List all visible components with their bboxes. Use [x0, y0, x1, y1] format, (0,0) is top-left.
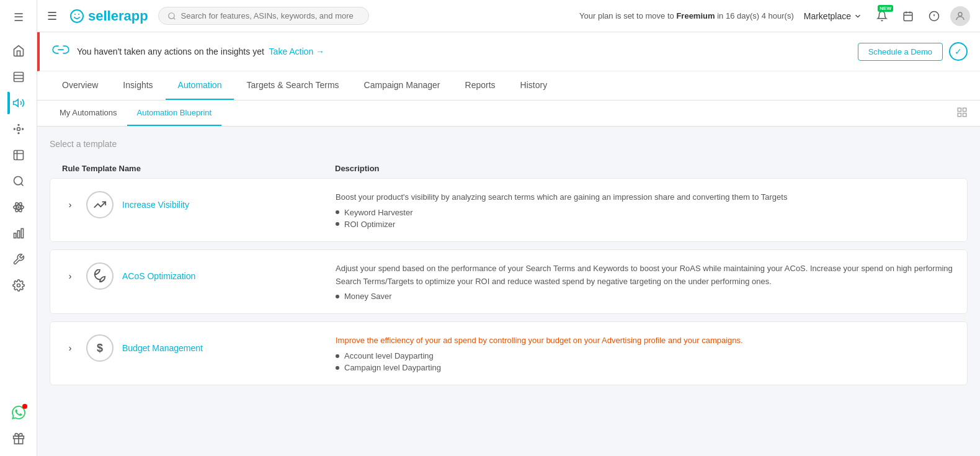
increase-visibility-icon: [86, 191, 114, 218]
svg-point-32: [958, 12, 962, 16]
template-desc-area-2: Adjust your spend based on the performan…: [336, 262, 955, 302]
svg-point-10: [18, 207, 19, 208]
svg-rect-0: [14, 73, 23, 82]
tab-reports[interactable]: Reports: [453, 71, 508, 100]
banner-right: Schedule a Demo ✓: [858, 42, 968, 61]
search-input[interactable]: [181, 11, 355, 20]
svg-rect-25: [904, 12, 912, 21]
chevron-btn-3[interactable]: ›: [63, 341, 78, 355]
bar-chart-icon[interactable]: [7, 222, 30, 244]
template-name-2[interactable]: ACoS Optimization: [122, 271, 195, 281]
sub-tab-my-automations[interactable]: My Automations: [50, 101, 127, 126]
grid-view-icon[interactable]: [956, 107, 968, 120]
tab-area: Overview Insights Automation Targets & S…: [37, 71, 980, 101]
template-bullets-2: Money Saver: [336, 292, 955, 301]
svg-point-8: [14, 177, 22, 185]
chevron-down-icon: [853, 12, 862, 20]
svg-point-6: [14, 128, 15, 130]
col-rule-name: Rule Template Name: [62, 164, 335, 173]
sub-tab-area: My Automations Automation Blueprint: [37, 101, 980, 127]
gear-icon[interactable]: [7, 274, 30, 297]
banner-text: You haven't taken any actions on the ins…: [77, 47, 850, 56]
svg-point-4: [18, 125, 19, 126]
template-bullets-1: Keyword Harvester ROI Optimizer: [336, 208, 955, 229]
bullet-3-0: Account level Dayparting: [336, 351, 955, 360]
wrench-icon[interactable]: [7, 248, 30, 270]
svg-point-3: [17, 128, 20, 131]
gift-icon[interactable]: [7, 427, 30, 450]
sub-tabs: My Automations Automation Blueprint: [50, 101, 221, 126]
svg-rect-36: [958, 113, 961, 116]
chevron-btn-1[interactable]: ›: [63, 197, 78, 212]
select-template-label: Select a template: [50, 139, 968, 149]
marketplace-select[interactable]: Marketplace: [804, 11, 862, 21]
bullet-1-1: ROI Optimizer: [336, 220, 955, 229]
checkmark-btn[interactable]: ✓: [949, 42, 968, 61]
take-action-link[interactable]: Take Action →: [269, 47, 325, 56]
home-icon[interactable]: [7, 40, 30, 62]
new-badge: NEW: [878, 5, 893, 12]
bullet-2-0: Money Saver: [336, 292, 955, 301]
template-row-budget-management: › $ Budget Management Improve the effici…: [50, 321, 968, 385]
template-row-left-3: › $ Budget Management: [63, 334, 336, 362]
plan-text: Your plan is set to move to Freemium in …: [579, 11, 794, 20]
template-desc-2: Adjust your spend based on the performan…: [336, 262, 955, 288]
svg-line-24: [173, 17, 175, 19]
template-desc-1: Boost your product's visibility by analy…: [336, 191, 955, 204]
template-row-main-2: › ACoS Optimization Adjust your spend ba…: [50, 250, 967, 314]
search-icon: [167, 12, 176, 20]
sub-tab-automation-blueprint[interactable]: Automation Blueprint: [127, 101, 222, 126]
template-row-main-1: › Increase Visibility Boost your product…: [50, 179, 967, 241]
tab-targets-search-terms[interactable]: Targets & Search Terms: [234, 71, 351, 100]
banner-icon: [52, 41, 69, 62]
tools2-icon[interactable]: [7, 118, 30, 140]
tab-history[interactable]: History: [508, 71, 560, 100]
budget-management-icon: $: [86, 334, 114, 362]
chevron-btn-2[interactable]: ›: [63, 269, 78, 284]
svg-rect-35: [963, 108, 966, 111]
tab-insights[interactable]: Insights: [110, 71, 165, 100]
atom-icon[interactable]: [7, 196, 30, 218]
bullet-1-0: Keyword Harvester: [336, 208, 955, 217]
hamburger-btn[interactable]: ☰: [47, 9, 57, 23]
template-name-1[interactable]: Increase Visibility: [122, 200, 189, 210]
main-tabs: Overview Insights Automation Targets & S…: [50, 71, 968, 100]
tab-campaign-manager[interactable]: Campaign Manager: [352, 71, 453, 100]
topbar-icons: NEW: [872, 6, 970, 26]
notifications-btn[interactable]: NEW: [872, 6, 892, 26]
svg-rect-16: [21, 229, 23, 238]
svg-rect-37: [963, 113, 966, 116]
svg-rect-34: [958, 108, 961, 111]
megaphone-icon[interactable]: [7, 92, 30, 114]
template-table-header: Rule Template Name Description: [50, 159, 968, 178]
template-row-left-1: › Increase Visibility: [63, 191, 336, 218]
guitar-icon[interactable]: [7, 144, 30, 166]
schedule-demo-btn[interactable]: Schedule a Demo: [858, 43, 943, 61]
list-icon[interactable]: [7, 66, 30, 88]
template-desc-area-1: Boost your product's visibility by analy…: [336, 191, 955, 229]
search-bar[interactable]: [158, 7, 369, 25]
calendar-btn[interactable]: [898, 6, 918, 26]
search2-icon[interactable]: [7, 170, 30, 192]
template-area: Select a template Rule Template Name Des…: [37, 127, 980, 456]
template-desc-area-3: Improve the efficiency of your ad spend …: [336, 334, 955, 372]
col-description: Description: [335, 164, 955, 173]
template-desc-3: Improve the efficiency of your ad spend …: [336, 334, 955, 347]
main-content: ☰ sellerapp Your plan is set to move to …: [37, 0, 980, 456]
svg-point-23: [168, 12, 174, 18]
avatar[interactable]: [950, 6, 970, 26]
acos-optimization-icon: [86, 262, 114, 290]
insight-banner: You haven't taken any actions on the ins…: [37, 32, 980, 71]
svg-point-7: [22, 128, 23, 130]
marketplace-label: Marketplace: [804, 11, 851, 21]
svg-point-5: [18, 133, 19, 134]
tab-overview[interactable]: Overview: [50, 71, 110, 100]
alert-btn[interactable]: [924, 6, 944, 26]
tab-automation[interactable]: Automation: [166, 71, 234, 100]
template-name-3[interactable]: Budget Management: [122, 343, 203, 353]
svg-point-17: [17, 284, 20, 287]
svg-rect-15: [17, 231, 19, 238]
svg-rect-14: [14, 233, 16, 238]
hamburger-icon[interactable]: ☰: [7, 6, 30, 29]
svg-line-9: [20, 184, 23, 186]
